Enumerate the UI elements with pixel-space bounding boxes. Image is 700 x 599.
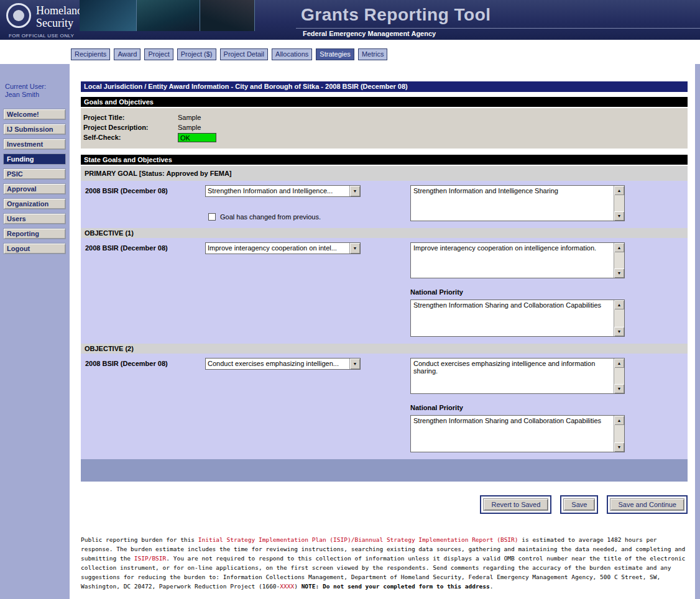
revert-to-saved-button[interactable]: Revert to Saved (483, 498, 548, 511)
dropdown-arrow-icon[interactable]: ▼ (349, 359, 360, 369)
sidebar-item-users[interactable]: Users (3, 213, 66, 224)
scroll-up-icon[interactable]: ▲ (614, 300, 624, 309)
scroll-up-icon[interactable]: ▲ (614, 359, 624, 368)
objective2-section: 2008 BSIR (December 08) Conduct exercise… (81, 354, 688, 459)
scroll-up-icon[interactable]: ▲ (614, 243, 624, 252)
collage-panel-1 (80, 0, 137, 31)
objective2-select-value: Conduct exercises emphasizing intelligen… (206, 359, 349, 369)
scrollbar-track[interactable] (614, 368, 624, 384)
scroll-up-icon[interactable]: ▲ (614, 186, 624, 195)
objective1-textarea[interactable]: Improve interagency cooperation on intel… (410, 242, 625, 278)
scrollbar[interactable]: ▲ ▼ (614, 186, 624, 221)
objective2-row-label: 2008 BSIR (December 08) (81, 358, 203, 452)
omb-number-placeholder: XXXX (280, 583, 294, 590)
objective1-select-value: Improve interagency cooperation on intel… (206, 243, 349, 254)
tab-project[interactable]: Project (144, 48, 173, 60)
sidebar-item-reporting[interactable]: Reporting (3, 228, 66, 239)
tab-project-detail[interactable]: Project Detail (220, 48, 268, 60)
sidebar-item-ij-submission[interactable]: IJ Submission (3, 124, 66, 135)
page: Homeland Security Grants Reporting Tool … (0, 0, 700, 599)
sidebar-item-funding[interactable]: Funding (3, 153, 66, 165)
primary-goal-textarea[interactable]: Strengthen Information and Intelligence … (410, 185, 625, 221)
self-check-label: Self-Check: (83, 132, 178, 142)
scrollbar-track[interactable] (614, 195, 624, 211)
scrollbar-track[interactable] (614, 425, 624, 442)
dhs-seal-logo (6, 3, 31, 28)
tab-project-dollars[interactable]: Project ($) (177, 48, 216, 60)
page-title-bar: Local Jurisdiction / Entity Award Inform… (81, 81, 688, 92)
scrollbar-track[interactable] (614, 252, 624, 268)
main-content: Local Jurisdiction / Entity Award Inform… (70, 64, 695, 599)
objective2-national-priority-label: National Priority (410, 404, 625, 411)
objective1-header: OBJECTIVE (1) (81, 228, 688, 238)
tab-award[interactable]: Award (114, 48, 140, 60)
scrollbar[interactable]: ▲ ▼ (614, 243, 624, 278)
brand-line2: Security (36, 17, 83, 29)
sidebar-item-psic[interactable]: PSIC (3, 168, 66, 180)
tab-metrics[interactable]: Metrics (358, 48, 387, 60)
tab-recipients[interactable]: Recipients (71, 48, 110, 60)
scroll-down-icon[interactable]: ▼ (614, 327, 624, 336)
dhs-seal-inner (13, 10, 24, 21)
primary-goal-section: 2008 BSIR (December 08) Strengthen Infor… (81, 181, 688, 228)
scrollbar[interactable]: ▲ ▼ (614, 359, 624, 393)
objective2-national-priority-textarea[interactable]: Strengthen Information Sharing and Colla… (410, 415, 625, 452)
sidebar-item-approval[interactable]: Approval (3, 183, 66, 194)
scrollbar[interactable]: ▲ ▼ (614, 416, 624, 452)
isip-bsir-short-link[interactable]: ISIP/BSIR (134, 555, 166, 562)
objective2-textarea[interactable]: Conduct exercises emphasizing intelligen… (410, 358, 625, 394)
burden-note: NOTE: Do not send your completed form to… (302, 583, 490, 590)
scroll-down-icon[interactable]: ▼ (614, 211, 624, 221)
scroll-down-icon[interactable]: ▼ (614, 384, 624, 393)
objective1-select[interactable]: Improve interagency cooperation on intel… (205, 242, 361, 254)
project-description-label: Project Description: (83, 122, 178, 132)
save-button[interactable]: Save (563, 498, 595, 511)
body-row: Current User: Jean Smith Welcome! IJ Sub… (0, 64, 700, 599)
tab-strategies[interactable]: Strategies (316, 48, 354, 60)
sidebar-item-organization[interactable]: Organization (3, 198, 66, 209)
current-user-label: Current User: (5, 83, 70, 91)
goal-changed-checkbox[interactable] (208, 213, 216, 221)
project-description-value: Sample (178, 122, 201, 132)
dropdown-arrow-icon[interactable]: ▼ (349, 186, 360, 196)
action-button-row: Revert to Saved Save Save and Continue (81, 495, 688, 514)
scrollbar-track[interactable] (614, 309, 624, 327)
save-button-frame: Save (560, 495, 598, 514)
primary-goal-select[interactable]: Strengthen Information and Intelligence.… (205, 185, 361, 197)
collage-panel-3 (200, 0, 255, 31)
sidebar-item-logout[interactable]: Logout (3, 243, 66, 254)
revert-button-frame: Revert to Saved (480, 495, 551, 514)
burden-statement: Public reporting burden for this Initial… (81, 535, 687, 591)
objective1-section: 2008 BSIR (December 08) Improve interage… (81, 238, 688, 344)
scroll-down-icon[interactable]: ▼ (614, 268, 624, 278)
scrollbar[interactable]: ▲ ▼ (614, 300, 624, 336)
brand-line1: Homeland (36, 4, 83, 17)
scroll-down-icon[interactable]: ▼ (614, 442, 624, 452)
sidebar-item-investment[interactable]: Investment (3, 139, 66, 150)
objective2-header: OBJECTIVE (2) (81, 344, 688, 354)
objective2-national-priority-text: Strengthen Information Sharing and Colla… (411, 416, 614, 452)
objective2-select[interactable]: Conduct exercises emphasizing intelligen… (205, 358, 361, 370)
app-title: Grants Reporting Tool (301, 5, 491, 25)
project-title-value: Sample (178, 112, 201, 122)
save-and-continue-button[interactable]: Save and Continue (610, 498, 684, 511)
burden-text: ) (294, 583, 301, 590)
dropdown-arrow-icon[interactable]: ▼ (349, 243, 360, 254)
primary-goal-row-label: 2008 BSIR (December 08) (81, 185, 203, 221)
scroll-up-icon[interactable]: ▲ (614, 416, 624, 425)
objective2-text: Conduct exercises emphasizing intelligen… (411, 359, 614, 393)
header-collage-image (80, 0, 255, 31)
project-info-box: Project Title: Sample Project Descriptio… (81, 108, 688, 149)
current-user-name: Jean Smith (5, 91, 70, 99)
burden-text: . (490, 583, 494, 590)
tab-allocations[interactable]: Allocations (272, 48, 312, 60)
isip-bsir-link[interactable]: Initial Strategy Implementation Plan (IS… (198, 536, 518, 543)
objective1-national-priority-textarea[interactable]: Strengthen Information Sharing and Colla… (410, 300, 625, 337)
fema-subtitle: Federal Emergency Management Agency (303, 30, 436, 37)
goal-changed-label: Goal has changed from previous. (220, 213, 321, 221)
primary-goal-select-value: Strengthen Information and Intelligence.… (206, 186, 349, 196)
objective1-row-label: 2008 BSIR (December 08) (81, 242, 203, 337)
fouo-label: FOR OFFICIAL USE ONLY (9, 33, 74, 39)
self-check-field: OK (178, 133, 216, 142)
sidebar-item-welcome[interactable]: Welcome! (3, 109, 66, 120)
